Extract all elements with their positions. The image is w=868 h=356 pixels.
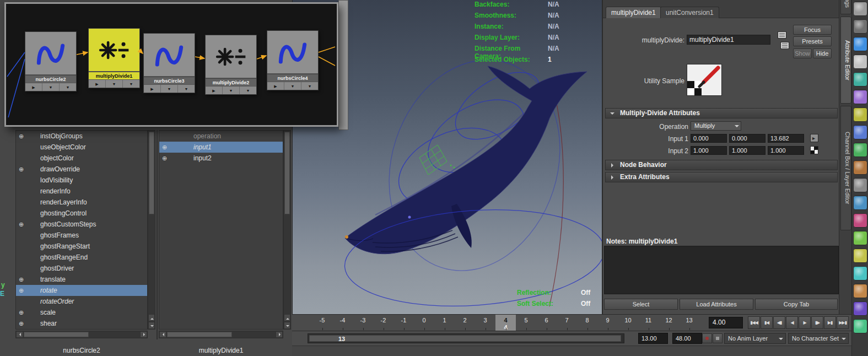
expand-plus-icon[interactable] (19, 287, 26, 294)
tab-unitconversion1[interactable]: unitConversion1 (660, 7, 719, 18)
input2-y-field[interactable]: 1.000 (729, 146, 765, 155)
operation-dropdown[interactable]: Multiply (691, 121, 741, 131)
anim-layer-dropdown[interactable]: No Anim Layer (724, 333, 786, 344)
left-horizontal-scrollbar[interactable] (15, 331, 148, 338)
node-icon-tile[interactable] (144, 34, 195, 77)
attribute-list-item[interactable]: rotate (16, 285, 147, 296)
timeline-ticks[interactable]: -5 -5 -4 -4 -3 -3 -2 -2 (312, 315, 699, 331)
attribute-list-item[interactable]: input1 (159, 142, 283, 153)
node-expand-controls[interactable] (206, 86, 256, 94)
scroll-down-icon[interactable] (284, 322, 290, 329)
attribute-list-item[interactable]: rotateOrder (16, 296, 147, 307)
timeline-frame[interactable]: 13 13 (679, 315, 699, 331)
shelf-icon[interactable] (853, 213, 867, 228)
timeline-frame[interactable]: -1 -1 (393, 315, 414, 331)
character-set-dropdown[interactable]: No Character Set (788, 333, 849, 344)
expand-down-icon[interactable] (178, 85, 195, 93)
expand-plus-icon[interactable] (19, 166, 26, 173)
hypergraph-window[interactable]: nurbsCircle2 (4, 2, 338, 127)
expand-plus-icon[interactable] (19, 221, 26, 228)
shelf-icon[interactable] (853, 107, 867, 122)
scrollbar-thumb[interactable] (24, 332, 89, 337)
node-expand-controls[interactable] (267, 82, 318, 90)
left-vertical-scrollbar[interactable] (148, 130, 155, 330)
play-forwards-button[interactable]: ▶ (799, 316, 811, 329)
current-time-field[interactable]: 4.00 (709, 317, 743, 328)
scroll-right-icon[interactable] (140, 331, 147, 338)
timeline-frame[interactable]: 1 1 (434, 315, 455, 331)
expand-down-icon[interactable] (223, 87, 240, 94)
attribute-list-item[interactable]: renderLayerInfo (16, 197, 147, 208)
node-expand-controls[interactable] (144, 84, 195, 93)
timeline-frame[interactable]: -3 -3 (353, 315, 373, 331)
timeline-frame[interactable]: 9 9 (597, 315, 618, 331)
shelf-icon[interactable] (853, 55, 867, 69)
timeline-frame[interactable]: 2 2 (455, 315, 475, 331)
expand-down-icon[interactable] (161, 85, 178, 93)
presets-button[interactable]: Presets (793, 36, 832, 46)
input1-x-field[interactable]: 0.000 (691, 134, 727, 143)
step-back-frame-button[interactable]: ◀▮ (773, 316, 785, 329)
expand-plus-icon[interactable] (162, 144, 169, 151)
hypergraph-node[interactable]: nurbsCircle3 (143, 33, 195, 93)
tab-multiplydivide1[interactable]: multiplyDivide1 (606, 7, 661, 18)
step-forward-key-button[interactable]: ▶▮ (824, 316, 836, 329)
tab-tool-settings[interactable]: Tool Settings (840, 0, 851, 14)
timeline-frame[interactable]: 0 0 (414, 315, 434, 331)
shelf-icon[interactable] (853, 301, 867, 316)
go-to-end-button[interactable]: ▶▶▮ (837, 316, 849, 329)
scroll-left-icon[interactable] (159, 331, 166, 338)
timeline-frame[interactable]: 7 7 (557, 315, 577, 331)
shelf-icon[interactable] (853, 160, 867, 175)
input1-z-field[interactable]: 13.682 (768, 134, 804, 143)
go-to-start-button[interactable]: ▮◀◀ (748, 316, 760, 329)
shelf-icon[interactable] (853, 266, 867, 281)
connection-editor-outputs-list[interactable]: instObjGroups useObjectColor objectColor… (15, 130, 148, 330)
expand-right-icon[interactable] (144, 85, 161, 93)
range-slider-track[interactable]: 13 (308, 333, 624, 343)
tab-attribute-editor[interactable]: Attribute Editor (840, 17, 851, 104)
hide-button[interactable]: Hide (813, 48, 832, 58)
expand-plus-icon[interactable] (19, 309, 26, 316)
animation-preferences-icon[interactable] (713, 333, 723, 343)
show-button[interactable]: Show (793, 48, 812, 58)
node-icon-tile[interactable] (89, 29, 139, 72)
node-icon-tile[interactable] (25, 32, 76, 75)
attribute-list-item[interactable]: ghostRangeStart (16, 241, 147, 252)
expand-down-icon[interactable] (240, 87, 256, 94)
scroll-left-icon[interactable] (16, 331, 23, 338)
shelf-icon[interactable] (853, 196, 867, 210)
expand-right-icon[interactable] (89, 80, 106, 88)
timeline-frame[interactable]: 10 10 (618, 315, 638, 331)
attribute-list-item[interactable]: ghostingControl (16, 208, 147, 219)
timeline-frame[interactable]: -4 -4 (332, 315, 353, 331)
attribute-list-item[interactable]: scale (16, 307, 147, 318)
step-forward-frame-button[interactable]: ▮▶ (811, 316, 823, 329)
attribute-list-item[interactable]: ghostRangeEnd (16, 252, 147, 263)
expand-plus-icon[interactable] (162, 155, 169, 162)
timeline-frame[interactable]: -5 -5 (312, 315, 332, 331)
section-extra-attributes[interactable]: Extra Attributes (605, 172, 838, 182)
expand-plus-icon[interactable] (19, 320, 26, 327)
shelf-icon[interactable] (853, 72, 867, 87)
scroll-up-icon[interactable] (284, 314, 290, 321)
shelf-icon[interactable] (853, 319, 867, 333)
scrollbar-thumb[interactable] (167, 332, 232, 337)
scroll-up-icon[interactable] (148, 314, 155, 321)
attribute-list-item[interactable]: useObjectColor (16, 142, 147, 153)
playback-end-field[interactable]: 48.00 (672, 333, 702, 344)
range-slider-bar[interactable]: 13 (309, 335, 621, 342)
hypergraph-node[interactable]: nurbsCircle2 (25, 31, 77, 91)
list-input-connections-icon[interactable] (778, 31, 786, 39)
attribute-list-item[interactable]: drawOverride (16, 164, 147, 175)
map-checker-icon[interactable] (810, 146, 818, 154)
shelf-icon[interactable] (853, 249, 867, 263)
time-slider[interactable]: -5 -5 -4 -4 -3 -3 -2 -2 (292, 314, 851, 331)
expand-down-icon[interactable] (60, 83, 76, 91)
list-output-connections-icon[interactable] (780, 42, 789, 49)
attribute-list-item[interactable]: input2 (159, 153, 283, 164)
input2-x-field[interactable]: 1.000 (691, 146, 727, 155)
auto-keyframe-icon[interactable] (702, 333, 712, 343)
section-node-behavior[interactable]: Node Behavior (605, 160, 838, 170)
shelf-icon[interactable] (853, 37, 867, 51)
